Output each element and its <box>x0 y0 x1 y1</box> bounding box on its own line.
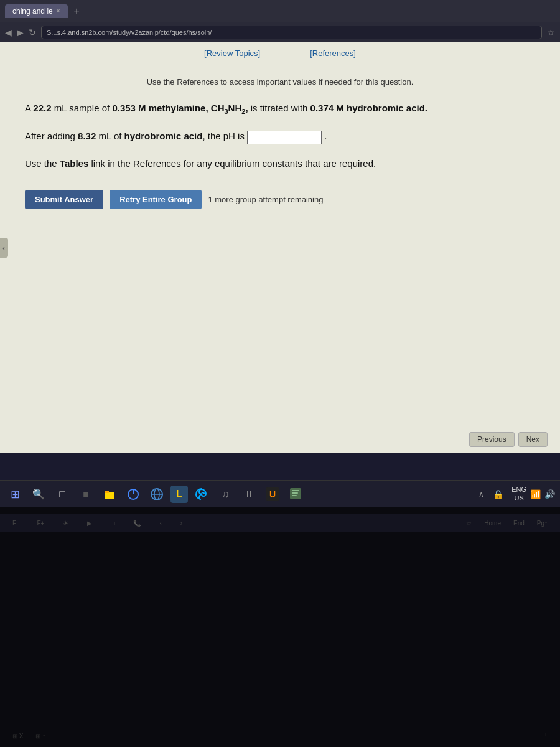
pg-up-label: Pg↑ <box>537 520 548 527</box>
back-icon[interactable]: ◀ <box>5 27 12 37</box>
app-u-icon[interactable]: U <box>263 484 282 504</box>
tables-line: Use the Tables Use the Tables link in th… <box>25 156 535 172</box>
top-links-bar: [Review Topics] [References] <box>0 42 560 63</box>
bottom-keyboard-hint: ⊞ X ⊞ ↑ + <box>0 721 560 747</box>
lock-icon[interactable]: 🔒 <box>488 484 508 504</box>
bookmark-icon[interactable]: ☆ <box>547 27 555 37</box>
wifi-icon[interactable]: 📶 <box>530 489 541 499</box>
svg-rect-11 <box>292 492 298 494</box>
search-taskbar-button[interactable]: 🔍 <box>29 484 49 504</box>
left-nav-arrow[interactable]: ‹ <box>0 238 8 258</box>
volume-icon[interactable]: 🔊 <box>544 489 555 499</box>
taskbar: ⊞ 🔍 □ ■ L ♫ ⏸ U ∧ 🔒 ENG US 📶 🔊 <box>0 480 560 507</box>
webpage-inner: ‹ [Review Topics] [References] Use the R… <box>0 42 560 453</box>
bottom-right-hint: + <box>544 728 548 740</box>
camera-taskbar-icon[interactable]: ■ <box>76 484 96 504</box>
ph-line: After adding 8.32 mL of hydrobromic acid… <box>25 128 535 144</box>
ph-input[interactable] <box>247 131 322 144</box>
language-indicator: ENG US <box>511 486 526 502</box>
rectangle-icon: □ <box>111 520 114 527</box>
lang-text: ENG <box>511 486 526 494</box>
svg-rect-1 <box>105 491 109 493</box>
volume-value: 22.2 <box>33 103 51 113</box>
compound-name: methylamine, CH3NH2, <box>149 103 248 113</box>
home-label: Home <box>484 520 501 527</box>
attempts-remaining: 1 more group attempt remaining <box>208 194 323 207</box>
key-hint-right: + <box>544 731 548 738</box>
bottom-strip-left-icons: F- F+ ☀ ▶ □ 📞 ‹ › <box>12 520 182 527</box>
submit-answer-button[interactable]: Submit Answer <box>25 190 103 209</box>
browser-taskbar-icon[interactable] <box>147 484 167 504</box>
arrow-icon: ▶ <box>87 520 92 527</box>
question-area: Use the References to access important v… <box>0 63 560 222</box>
edge-icon[interactable] <box>192 484 212 504</box>
key-hint-mid: ⊞ ↑ <box>35 733 45 740</box>
refresh-icon[interactable]: ↻ <box>29 27 36 37</box>
forward-icon[interactable]: ▶ <box>17 27 24 37</box>
chevron-right-icon: › <box>180 520 182 527</box>
intro-text: Use the References to access important v… <box>25 76 535 89</box>
tab-bar: ching and le × + <box>5 4 83 18</box>
star-icon: ☆ <box>466 520 472 527</box>
svg-rect-12 <box>292 495 297 496</box>
references-link[interactable]: [References] <box>310 49 356 58</box>
task-view-button[interactable]: □ <box>52 484 72 504</box>
unit-text: mL sample of <box>54 103 113 113</box>
ph-acid: hydrobromic acid <box>124 131 203 141</box>
brightness-icon: ☀ <box>63 520 68 527</box>
region-text: US <box>511 494 526 502</box>
clipboard-icon[interactable] <box>286 484 306 504</box>
next-button[interactable]: Nex <box>518 432 548 447</box>
tab-label: ching and le <box>12 7 53 16</box>
bottom-strip-right-icons: ☆ Home End Pg↑ <box>466 520 548 527</box>
chevron-left-icon: ‹ <box>159 520 161 527</box>
button-row: Submit Answer Retry Entire Group 1 more … <box>25 190 535 209</box>
svg-text:U: U <box>269 489 276 499</box>
address-bar[interactable]: S...s.4.and.sn2b.com/study/v2azanip/ctd/… <box>41 26 542 39</box>
ph-volume: 8.32 <box>78 131 96 141</box>
bottom-left-hint: ⊞ X ⊞ ↑ <box>12 733 45 740</box>
acid-conc: 0.374 M <box>310 103 344 113</box>
app-l-icon[interactable]: L <box>170 486 188 503</box>
review-topics-link[interactable]: [Review Topics] <box>204 49 260 58</box>
fn-minus-icon: F- <box>12 520 18 527</box>
system-tray-expand[interactable]: ∧ <box>478 490 484 499</box>
music-icon[interactable]: ♫ <box>215 484 235 504</box>
address-text: S...s.4.and.sn2b.com/study/v2azanip/ctd/… <box>47 29 212 36</box>
question-text: A 22.2 mL sample of 0.353 M methylamine,… <box>25 100 535 118</box>
taskbar-right: ∧ 🔒 ENG US 📶 🔊 <box>478 484 555 504</box>
previous-button[interactable]: Previous <box>469 432 515 447</box>
retry-entire-group-button[interactable]: Retry Entire Group <box>110 190 202 209</box>
phone-icon: 📞 <box>133 520 141 527</box>
power-button[interactable] <box>123 484 143 504</box>
bottom-bezel-area: F- F+ ☀ ▶ □ 📞 ‹ › ☆ Home End Pg↑ ⊞ X ⊞ ↑… <box>0 507 560 747</box>
end-label: End <box>513 520 525 527</box>
svg-rect-10 <box>292 490 299 491</box>
address-bar-row: ◀ ▶ ↻ S...s.4.and.sn2b.com/study/v2azani… <box>0 22 560 42</box>
fn-plus-icon: F+ <box>37 520 44 527</box>
acid-name: hydrobromic acid. <box>344 103 427 113</box>
browser-chrome: ching and le × + <box>0 0 560 22</box>
bottom-strip: F- F+ ☀ ▶ □ 📞 ‹ › ☆ Home End Pg↑ <box>0 514 560 532</box>
key-hint-left: ⊞ X <box>12 733 23 740</box>
start-button[interactable]: ⊞ <box>5 484 25 504</box>
prev-next-nav: Previous Nex <box>469 432 548 447</box>
media-pause-icon[interactable]: ⏸ <box>239 484 259 504</box>
file-explorer-button[interactable] <box>100 484 119 504</box>
tab-close-button[interactable]: × <box>57 7 60 14</box>
webpage: ‹ [Review Topics] [References] Use the R… <box>0 42 560 453</box>
active-tab[interactable]: ching and le × <box>5 4 68 18</box>
new-tab-button[interactable]: + <box>70 6 83 17</box>
conc-value: 0.353 M <box>112 103 146 113</box>
